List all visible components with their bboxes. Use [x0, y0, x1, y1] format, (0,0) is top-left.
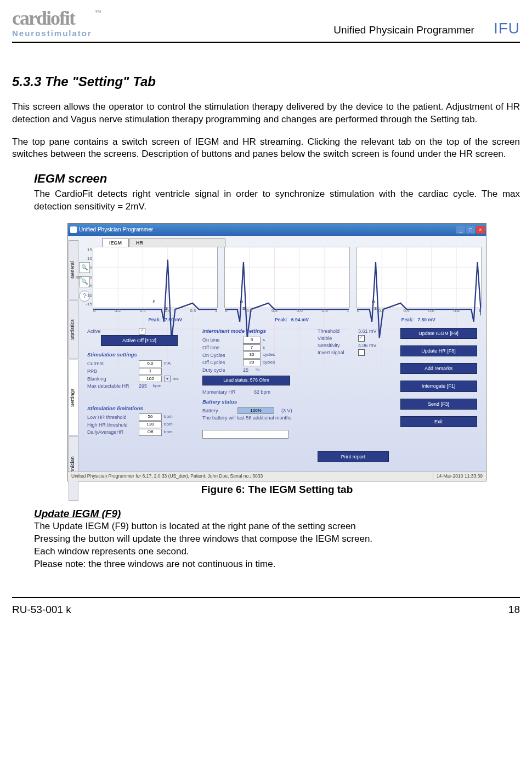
tab-general[interactable]: General [69, 240, 78, 299]
para-2: The top pane contains a switch screen of… [12, 136, 520, 161]
update-iegm-button[interactable]: Update IEGM [F9] [400, 328, 477, 339]
update-iegm-l1: The Update IEGM (F9) button is located a… [34, 520, 520, 533]
tab-statistics[interactable]: Statistics [69, 300, 78, 359]
iegm-plot-2: 00.20.40.60.81 O S [224, 247, 349, 308]
close-icon[interactable]: × [476, 226, 485, 234]
ifu-label: IFU [494, 18, 520, 39]
y-ticks: 151050-5-10-15 [81, 247, 92, 308]
figure-screenshot: Unified Physician Programmer _ □ × Gener… [67, 223, 486, 481]
add-remarks-button[interactable]: Add remarks [400, 363, 477, 374]
minimize-icon[interactable]: _ [456, 226, 465, 234]
high-hr-input[interactable]: 130 [139, 421, 162, 428]
update-iegm-l3: Each window represents one second. [34, 546, 520, 558]
visible-checkbox[interactable]: ✓ [358, 335, 365, 342]
ppb-input[interactable]: 1 [139, 368, 162, 375]
logo-main: cardiofit™ [12, 8, 92, 28]
avg-hr-input[interactable]: Off [139, 429, 162, 436]
para-1: This screen allows the operator to contr… [12, 101, 520, 126]
window-title: Unified Physician Programmer [70, 226, 153, 234]
logo: cardiofit™ Neurostimulator [12, 8, 92, 39]
header-right: Unified Physicain Programmer IFU [333, 18, 520, 39]
statusbar: Unified Physician Programmer for 8.17, 2… [68, 472, 486, 481]
doc-id: RU-53-001 k [12, 603, 71, 617]
tab-hr[interactable]: HR [129, 239, 225, 247]
interrogate-button[interactable]: Interrogate [F1] [400, 381, 477, 392]
update-iegm-l4: Please note: the three windows are not c… [34, 558, 520, 571]
print-report-button[interactable]: Print report [318, 451, 389, 462]
update-iegm-l2: Pressing the button will update the thre… [34, 533, 520, 546]
blanking-input[interactable]: 102 [139, 376, 162, 383]
trademark-icon: ™ [95, 9, 100, 16]
dropdown-icon[interactable]: ▼ [164, 376, 171, 382]
on-cycles-input[interactable]: 30 [243, 351, 261, 359]
doc-title: Unified Physicain Programmer [333, 23, 474, 37]
battery-bar: 100% [237, 407, 274, 414]
status-date: 14-Mar-2010 11:33:39 [433, 473, 483, 479]
update-hr-button[interactable]: Update HR [F8] [400, 345, 477, 356]
iegm-text: The CardioFit detects right ventricle si… [34, 188, 520, 213]
off-cycles-input[interactable]: 20 [243, 359, 261, 366]
exit-button[interactable]: Exit [400, 416, 477, 427]
iegm-plot-3: 00.20.40.60.81 O S [356, 247, 482, 308]
tab-settings[interactable]: Settings [69, 360, 78, 435]
update-iegm-subtitle: Update IEGM (F9) [34, 507, 520, 521]
action-buttons: Update IEGM [F9] Update HR [F8] Add rema… [400, 328, 482, 468]
progress-bar [202, 430, 288, 439]
on-time-input[interactable]: 5 [243, 337, 261, 344]
intermittent-panel: Intermitent mode settings On time5s Off … [202, 328, 311, 468]
iegm-plot-1: mS 151050-5-10-15 00.20.40.60.81 [93, 247, 218, 308]
doc-footer: RU-53-001 k 18 [12, 597, 520, 617]
status-info: Unified Physician Programmer for 8.17, 2… [71, 473, 263, 479]
tab-iegm[interactable]: IEGM [102, 239, 129, 247]
threshold-panel: Threshold3.61 mV Visible✓ Sensitivity4.0… [318, 328, 394, 468]
iegm-subtitle: IEGM screen [34, 171, 520, 187]
figure-caption: Figure 6: The IEGM Setting tab [34, 483, 520, 497]
window-controls: _ □ × [456, 226, 485, 234]
low-hr-input[interactable]: 56 [139, 413, 162, 421]
lead-status-button[interactable]: Lead status: 576 Ohm [202, 376, 290, 385]
invert-checkbox[interactable] [358, 349, 365, 356]
send-button[interactable]: Send [F3] [400, 399, 477, 410]
peak-row: Peak: 7.50 mV Peak: 6.94 mV Peak: 7.50 m… [102, 317, 482, 323]
page-number: 18 [508, 603, 520, 617]
window-titlebar: Unified Physician Programmer _ □ × [68, 224, 486, 236]
maximize-icon[interactable]: □ [466, 226, 475, 234]
current-input[interactable]: 6.0 [139, 360, 162, 367]
tab-technician[interactable]: Technician [69, 436, 78, 501]
doc-header: cardiofit™ Neurostimulator Unified Physi… [12, 0, 520, 43]
off-time-input[interactable]: 7 [243, 344, 261, 351]
section-title: 5.3.3 The "Setting" Tab [12, 73, 520, 90]
logo-sub: Neurostimulator [12, 28, 92, 39]
app-icon [70, 226, 77, 233]
active-off-button[interactable]: Active Off [F12] [101, 335, 178, 346]
stimulation-panel: Active✓ Active Off [F12] Stimulation set… [87, 328, 196, 468]
active-checkbox[interactable]: ✓ [139, 328, 145, 334]
